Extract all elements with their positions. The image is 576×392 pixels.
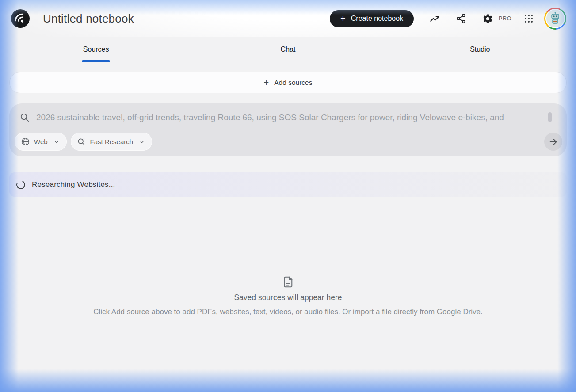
chevron-down-icon <box>53 139 60 145</box>
tab-sources[interactable]: Sources <box>0 37 192 62</box>
search-sparkle-icon <box>77 137 86 146</box>
submit-search-button[interactable] <box>544 133 562 151</box>
web-scope-dropdown[interactable]: Web <box>15 133 67 151</box>
empty-state-description: Click Add source above to add PDFs, webs… <box>93 308 483 316</box>
discover-sources-card: 2026 sustainable travel, off-grid trends… <box>9 103 567 156</box>
top-bar: Untitled notebook + Create notebook <box>0 0 576 37</box>
scrollbar-thumb[interactable] <box>548 112 552 122</box>
apps-grid-icon[interactable] <box>523 13 534 24</box>
tab-chat[interactable]: Chat <box>192 37 384 62</box>
create-notebook-button[interactable]: + Create notebook <box>330 10 414 27</box>
plus-icon: + <box>264 78 269 88</box>
user-avatar[interactable] <box>544 8 566 30</box>
notebooklm-app: Untitled notebook + Create notebook <box>0 0 576 316</box>
chevron-down-icon <box>139 139 145 145</box>
loading-spinner-icon <box>15 179 27 190</box>
globe-icon <box>21 137 30 146</box>
sources-panel: + Add sources 2026 sustainable travel, o… <box>0 72 576 316</box>
status-text: Researching Websites... <box>32 180 115 189</box>
add-sources-button[interactable]: + Add sources <box>9 72 567 93</box>
notebook-title[interactable]: Untitled notebook <box>43 12 134 26</box>
pro-badge: PRO <box>499 15 511 22</box>
plus-icon: + <box>340 14 346 23</box>
tab-studio[interactable]: Studio <box>384 37 576 62</box>
empty-state-title: Saved sources will appear here <box>234 293 342 302</box>
trending-up-icon[interactable] <box>429 13 440 24</box>
search-icon <box>19 112 30 122</box>
panel-tabs: Sources Chat Studio <box>0 37 576 62</box>
document-icon <box>282 275 295 289</box>
arrow-right-icon <box>549 137 558 147</box>
robot-avatar-image <box>545 9 565 28</box>
active-tab-underline <box>82 60 110 62</box>
empty-sources-state: Saved sources will appear here Click Add… <box>9 275 567 316</box>
settings-gear-icon[interactable] <box>482 13 493 24</box>
research-status-banner: Researching Websites... <box>9 172 567 197</box>
research-mode-dropdown[interactable]: Fast Research <box>71 133 153 151</box>
share-icon[interactable] <box>455 13 467 24</box>
notebooklm-logo-icon[interactable] <box>11 9 30 28</box>
source-search-input[interactable]: 2026 sustainable travel, off-grid trends… <box>36 113 542 122</box>
